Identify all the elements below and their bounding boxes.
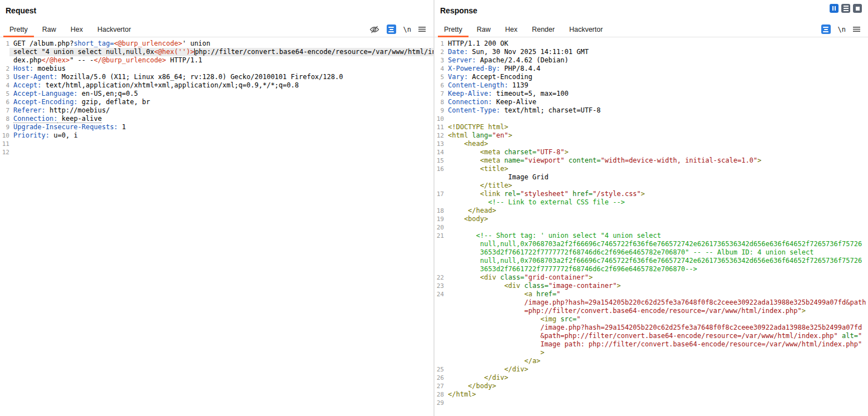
line-number: 11 (0, 140, 9, 148)
tab-raw[interactable]: Raw (35, 23, 63, 37)
line-number: 23 (435, 282, 444, 290)
line-number: 18 (435, 207, 444, 215)
line-number: 12 (0, 148, 9, 156)
code-line: Image path: php://filter/convert.base64-… (435, 340, 868, 349)
line-number (435, 198, 444, 207)
line-number: 17 (435, 190, 444, 198)
tab-pretty[interactable]: Pretty (437, 23, 470, 37)
request-editor[interactable]: 1GET /album.php?short_tag=<@burp_urlenco… (0, 37, 433, 416)
code-line: 24 <a href=" (435, 290, 868, 298)
line-number (435, 324, 444, 332)
code-line: 18 </head> (435, 207, 868, 215)
request-editor-toolbar: \n (369, 25, 433, 37)
wrap-indicator-icon[interactable] (821, 25, 831, 34)
request-header: Request (0, 0, 433, 23)
line-number (435, 332, 444, 340)
code-line: 25 </div> (435, 365, 868, 374)
code-line: Image Grid (435, 173, 868, 182)
line-number: 10 (0, 131, 9, 140)
code-line: 29 (435, 399, 868, 407)
tab-pretty[interactable]: Pretty (2, 23, 35, 37)
repeater-window: Request PrettyRawHexHackvertor \n (0, 0, 868, 416)
line-number: 8 (0, 115, 9, 123)
response-editor[interactable]: 1HTTP/1.1 200 OK2Date: Sun, 30 Nov 2025 … (435, 37, 868, 416)
code-line: null,null,0x7068703a2f2f66696c7465722f63… (435, 240, 868, 248)
code-line: 11<!DOCTYPE html> (435, 123, 868, 131)
tab-raw[interactable]: Raw (470, 23, 498, 37)
code-line: 17 <link rel="stylesheet" href="/style.c… (435, 190, 868, 198)
line-number: 6 (435, 81, 444, 90)
hide-selection-eye-icon[interactable] (369, 26, 379, 33)
request-panel: Request PrettyRawHexHackvertor \n (0, 0, 435, 416)
code-line: 2Host: moebius (0, 65, 433, 73)
line-number (435, 307, 444, 315)
tab-hackvertor[interactable]: Hackvertor (90, 23, 138, 37)
code-line: 4Accept: text/html,application/xhtml+xml… (0, 81, 433, 90)
line-number (435, 349, 444, 357)
request-tabs: PrettyRawHexHackvertor (2, 23, 138, 37)
line-number: 10 (435, 115, 444, 123)
code-line: 4X-Powered-By: PHP/8.4.4 (435, 65, 868, 73)
window-controls (830, 4, 862, 13)
code-line: /image.php?hash=29a154205b220c62d25fe3a7… (435, 324, 868, 332)
line-number: 27 (435, 382, 444, 390)
line-number: 6 (0, 98, 9, 106)
line-number: 3 (0, 73, 9, 81)
tab-hex[interactable]: Hex (498, 23, 525, 37)
response-title: Response (440, 6, 861, 15)
code-line: 11 (0, 140, 433, 148)
line-number: 11 (435, 123, 444, 131)
line-number: 2 (0, 65, 9, 73)
code-line: 21 <!-- Short tag: ' union select "4 uni… (435, 232, 868, 240)
line-number: 22 (435, 273, 444, 282)
code-line: 3Server: Apache/2.4.62 (Debian) (435, 56, 868, 65)
code-line: 5Vary: Accept-Encoding (435, 73, 868, 81)
response-editor-toolbar: \n (821, 25, 868, 37)
line-number: 15 (435, 156, 444, 165)
line-number: 4 (435, 65, 444, 73)
line-number: 5 (435, 73, 444, 81)
tab-render[interactable]: Render (525, 23, 562, 37)
code-line: 10Priority: u=0, i (0, 131, 433, 140)
code-line: 9Content-Type: text/html; charset=UTF-8 (435, 106, 868, 115)
code-line: 8Connection: Keep-Alive (435, 98, 868, 106)
wrap-indicator-icon[interactable] (387, 25, 396, 34)
layout-rows-button[interactable] (841, 4, 850, 13)
code-line: 6Accept-Encoding: gzip, deflate, br (0, 98, 433, 106)
line-number: 1 (435, 40, 444, 48)
editor-menu-icon[interactable] (418, 26, 426, 32)
tab-hackvertor[interactable]: Hackvertor (562, 23, 610, 37)
line-number: 3 (435, 56, 444, 65)
code-line: 22 <div class="grid-container"> (435, 273, 868, 282)
code-line: 9Upgrade-Insecure-Requests: 1 (0, 123, 433, 131)
response-tabs: PrettyRawHexRenderHackvertor (437, 23, 610, 37)
code-line: 3653d2f7661722f7777772f68746d6c2f696e646… (435, 248, 868, 257)
code-line: /image.php?hash=29a154205b220c62d25fe3a7… (435, 298, 868, 307)
tab-hex[interactable]: Hex (63, 23, 90, 37)
editor-menu-icon[interactable] (853, 26, 860, 32)
code-line: <img src=" (435, 315, 868, 324)
code-line: dex.php</@hex>" -- -</@burp_urlencode> H… (0, 56, 433, 65)
line-number (0, 56, 9, 65)
code-line: 28</html> (435, 390, 868, 399)
rows-icon (844, 6, 849, 11)
request-title: Request (6, 6, 427, 15)
code-line: 10 (435, 115, 868, 123)
line-number (435, 173, 444, 182)
line-number: 4 (0, 81, 9, 90)
code-line: </title> (435, 182, 868, 190)
stop-button[interactable] (853, 4, 862, 13)
line-number: 14 (435, 148, 444, 156)
line-number (435, 248, 444, 257)
code-line: 1GET /album.php?short_tag=<@burp_urlenco… (0, 40, 433, 48)
response-header: Response (435, 0, 868, 23)
line-number: 8 (435, 98, 444, 106)
newline-toggle-icon[interactable]: \n (838, 26, 846, 33)
square-icon (856, 7, 860, 11)
code-line: </a> (435, 357, 868, 365)
code-line: 19 <body> (435, 215, 868, 223)
code-line: <!-- Link to external CSS file --> (435, 198, 868, 207)
pause-button[interactable] (830, 4, 839, 13)
code-line: 5Accept-Language: en-US,en;q=0.5 (0, 90, 433, 98)
newline-toggle-icon[interactable]: \n (403, 26, 411, 33)
